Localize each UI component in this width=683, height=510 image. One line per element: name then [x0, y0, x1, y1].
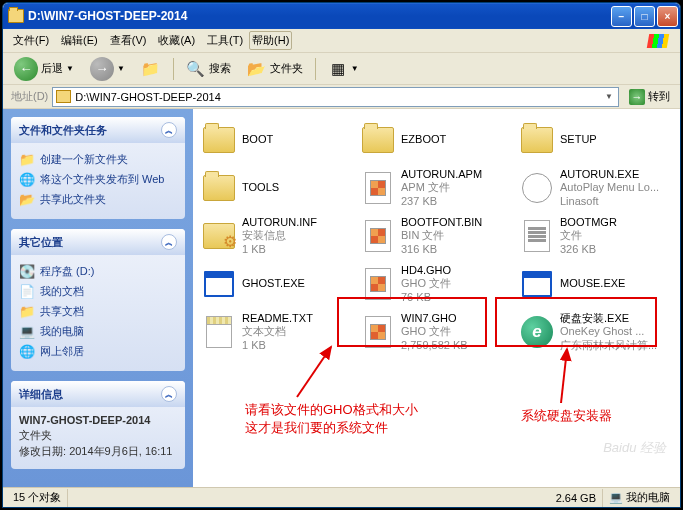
statusbar: 15 个对象 2.64 GB 💻 我的电脑 — [3, 487, 680, 507]
forward-button[interactable]: → ▼ — [83, 54, 132, 84]
cd-icon — [520, 171, 554, 205]
search-label: 搜索 — [209, 61, 231, 76]
up-button[interactable]: 📁 — [134, 56, 168, 82]
windows-logo — [640, 31, 676, 51]
file-name: BOOTFONT.BIN — [401, 216, 482, 229]
file-item[interactable]: GHOST.EXE — [199, 261, 356, 307]
folders-button[interactable]: 📂 文件夹 — [240, 56, 310, 82]
main-area: 文件和文件夹任务 ︽ 📁创建一个新文件夹 🌐将这个文件夹发布到 Web 📂共享此… — [3, 109, 680, 487]
details-modified-value: 2014年9月6日, 16:11 — [69, 445, 172, 457]
address-field[interactable]: D:\WIN7-GHOST-DEEP-2014 ▼ — [52, 87, 619, 107]
task-new-folder[interactable]: 📁创建一个新文件夹 — [19, 149, 177, 169]
tasks-title: 文件和文件夹任务 — [19, 123, 107, 138]
minimize-button[interactable]: − — [611, 6, 632, 27]
file-meta: 安装信息 — [242, 229, 317, 242]
file-item[interactable]: e硬盘安装.EXEOneKey Ghost ...广东雨林木风计算... — [517, 309, 674, 355]
file-item[interactable]: AUTORUN.EXEAutoPlay Menu Lo...Linasoft — [517, 165, 674, 211]
menu-view[interactable]: 查看(V) — [104, 31, 153, 50]
close-button[interactable]: × — [657, 6, 678, 27]
back-arrow-icon: ← — [14, 57, 38, 81]
file-item[interactable]: BOOTMGR文件326 KB — [517, 213, 674, 259]
file-item[interactable]: MOUSE.EXE — [517, 261, 674, 307]
views-button[interactable]: ▦ ▼ — [321, 56, 366, 82]
menu-tools[interactable]: 工具(T) — [201, 31, 249, 50]
toolbar: ← 后退 ▼ → ▼ 📁 🔍 搜索 📂 文件夹 ▦ ▼ — [3, 53, 680, 85]
chevron-up-icon: ︽ — [161, 386, 177, 402]
file-name: SETUP — [560, 133, 597, 146]
file-view[interactable]: BOOTEZBOOTSETUPTOOLSAUTORUN.APMAPM 文件237… — [193, 109, 680, 487]
file-meta: BIN 文件 — [401, 229, 482, 242]
details-modified-label: 修改日期: — [19, 445, 66, 457]
gho-icon — [361, 219, 395, 253]
go-arrow-icon: → — [629, 89, 645, 105]
maximize-button[interactable]: □ — [634, 6, 655, 27]
file-item[interactable]: HD4.GHOGHO 文件76 KB — [358, 261, 515, 307]
separator — [315, 58, 316, 80]
menu-help[interactable]: 帮助(H) — [249, 31, 292, 50]
gho-icon — [361, 315, 395, 349]
file-name: BOOTMGR — [560, 216, 617, 229]
back-label: 后退 — [41, 61, 63, 76]
address-label: 地址(D) — [7, 89, 52, 104]
go-button[interactable]: → 转到 — [623, 88, 676, 106]
file-meta: 文件 — [560, 229, 617, 242]
details-type: 文件夹 — [19, 429, 52, 441]
back-button[interactable]: ← 后退 ▼ — [7, 54, 81, 84]
file-item[interactable]: AUTORUN.INF安装信息1 KB — [199, 213, 356, 259]
task-share-folder[interactable]: 📂共享此文件夹 — [19, 189, 177, 209]
file-meta: AutoPlay Menu Lo... — [560, 181, 659, 194]
addressbar: 地址(D) D:\WIN7-GHOST-DEEP-2014 ▼ → 转到 — [3, 85, 680, 109]
folder-icon — [8, 9, 24, 23]
computer-icon: 💻 — [609, 491, 623, 504]
file-meta: 广东雨林木风计算... — [560, 339, 657, 352]
file-item[interactable]: BOOT — [199, 117, 356, 163]
file-meta: APM 文件 — [401, 181, 482, 194]
place-my-computer[interactable]: 💻我的电脑 — [19, 321, 177, 341]
file-meta: 237 KB — [401, 195, 482, 208]
file-item[interactable]: WIN7.GHOGHO 文件2,759,582 KB — [358, 309, 515, 355]
file-name: TOOLS — [242, 181, 279, 194]
chevron-up-icon: ︽ — [161, 122, 177, 138]
menu-favorites[interactable]: 收藏(A) — [152, 31, 201, 50]
place-my-documents[interactable]: 📄我的文档 — [19, 281, 177, 301]
watermark: Baidu 经验 — [603, 439, 666, 457]
file-item[interactable]: AUTORUN.APMAPM 文件237 KB — [358, 165, 515, 211]
globe-icon: 🌐 — [19, 171, 35, 187]
file-meta: GHO 文件 — [401, 277, 451, 290]
task-publish-web[interactable]: 🌐将这个文件夹发布到 Web — [19, 169, 177, 189]
file-name: EZBOOT — [401, 133, 446, 146]
file-item[interactable]: SETUP — [517, 117, 674, 163]
file-name: WIN7.GHO — [401, 312, 468, 325]
file-name: AUTORUN.INF — [242, 216, 317, 229]
file-item[interactable]: README.TXT文本文档1 KB — [199, 309, 356, 355]
separator — [173, 58, 174, 80]
menu-file[interactable]: 文件(F) — [7, 31, 55, 50]
details-header[interactable]: 详细信息 ︽ — [11, 381, 185, 407]
file-name: HD4.GHO — [401, 264, 451, 277]
place-shared-docs[interactable]: 📁共享文档 — [19, 301, 177, 321]
places-panel: 其它位置 ︽ 💽程序盘 (D:) 📄我的文档 📁共享文档 💻我的电脑 🌐网上邻居 — [11, 229, 185, 371]
chevron-down-icon: ▼ — [66, 64, 74, 73]
place-network[interactable]: 🌐网上邻居 — [19, 341, 177, 361]
gear-icon — [202, 219, 236, 253]
menu-edit[interactable]: 编辑(E) — [55, 31, 104, 50]
file-item[interactable]: BOOTFONT.BINBIN 文件316 KB — [358, 213, 515, 259]
place-drive-d[interactable]: 💽程序盘 (D:) — [19, 261, 177, 281]
titlebar[interactable]: D:\WIN7-GHOST-DEEP-2014 − □ × — [3, 3, 680, 29]
drive-icon: 💽 — [19, 263, 35, 279]
search-button[interactable]: 🔍 搜索 — [179, 56, 238, 82]
places-header[interactable]: 其它位置 ︽ — [11, 229, 185, 255]
file-meta: 1 KB — [242, 339, 313, 352]
folders-icon: 📂 — [247, 59, 267, 79]
file-meta: Linasoft — [560, 195, 659, 208]
chevron-down-icon[interactable]: ▼ — [603, 92, 615, 101]
folder-up-icon: 📁 — [141, 59, 161, 79]
file-meta: OneKey Ghost ... — [560, 325, 657, 338]
status-size: 2.64 GB — [550, 489, 603, 507]
annotation-text-2: 系统硬盘安装器 — [521, 407, 612, 425]
folder-icon — [202, 171, 236, 205]
tasks-header[interactable]: 文件和文件夹任务 ︽ — [11, 117, 185, 143]
file-item[interactable]: TOOLS — [199, 165, 356, 211]
file-item[interactable]: EZBOOT — [358, 117, 515, 163]
search-icon: 🔍 — [186, 59, 206, 79]
